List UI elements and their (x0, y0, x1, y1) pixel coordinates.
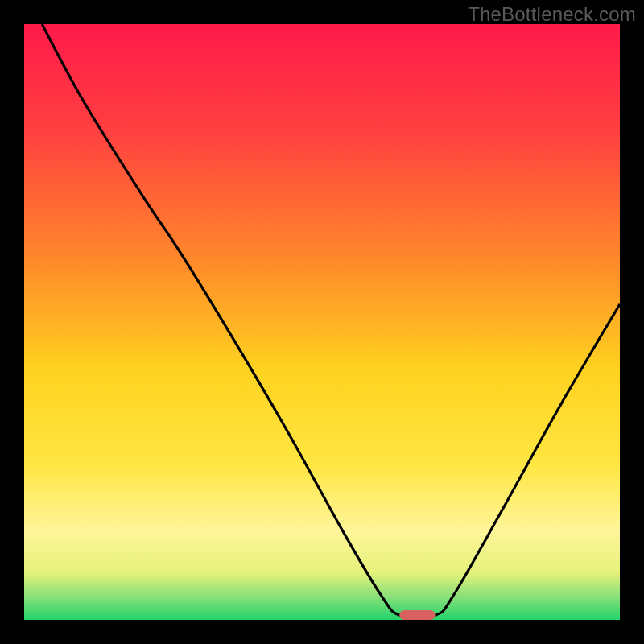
gradient-background (24, 24, 620, 620)
plot-area (24, 24, 620, 620)
watermark-text: TheBottleneck.com (468, 3, 636, 26)
chart-svg (24, 24, 620, 620)
chart-container: TheBottleneck.com (0, 0, 644, 644)
optimal-marker (399, 610, 435, 620)
